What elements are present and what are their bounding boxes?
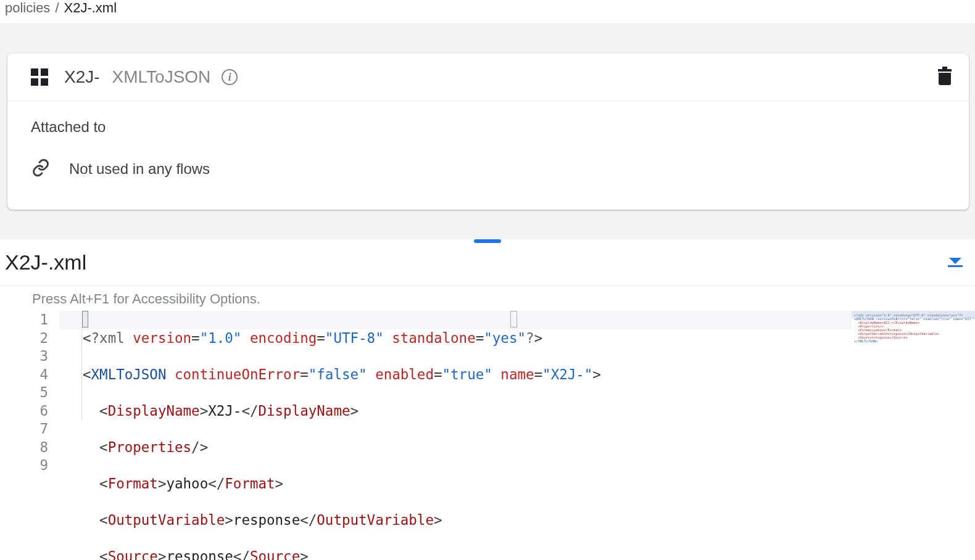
policy-name: X2J- [64, 67, 100, 87]
breadcrumb-parent[interactable]: policies [5, 0, 50, 16]
chevron-down-icon [949, 258, 961, 264]
line-number: 3 [0, 347, 48, 366]
line-number: 6 [0, 402, 48, 421]
editor-header: X2J-.xml [0, 244, 975, 286]
info-icon[interactable]: i [222, 69, 238, 85]
line-number: 2 [0, 329, 48, 348]
line-number: 1 [0, 311, 48, 329]
code-editor[interactable]: 1 2 3 4 5 6 7 8 9 <?xml version="1.0" en… [0, 311, 975, 560]
editor-file-name: X2J-.xml [5, 250, 86, 274]
line-number: 4 [0, 366, 48, 384]
line-number: 8 [0, 439, 48, 457]
breadcrumb-current: X2J-.xml [64, 0, 117, 16]
code-editor-panel: X2J-.xml Press Alt+F1 for Accessibility … [0, 244, 975, 560]
link-icon [31, 158, 51, 180]
bracket-match-highlight [510, 311, 517, 327]
line-number: 5 [0, 384, 48, 402]
attached-to-label: Attached to [31, 118, 945, 136]
cursor [82, 311, 88, 327]
breadcrumb: policies / X2J-.xml [0, 0, 975, 23]
policy-summary-area: X2J- XMLToJSON i Attached to Not used in… [0, 23, 975, 239]
policy-card: X2J- XMLToJSON i Attached to Not used in… [7, 54, 969, 210]
policy-card-body: Attached to Not used in any flows [7, 101, 969, 210]
collapse-editor-button[interactable] [948, 258, 963, 267]
policy-type-label: XMLToJSON [112, 67, 211, 87]
line-number: 9 [0, 456, 48, 475]
flow-usage-text: Not used in any flows [69, 160, 210, 178]
policy-card-header: X2J- XMLToJSON i [7, 54, 969, 101]
code-content[interactable]: <?xml version="1.0" encoding="UTF-8" sta… [59, 311, 852, 560]
breadcrumb-separator: / [55, 0, 59, 16]
accessibility-hint: Press Alt+F1 for Accessibility Options. [0, 286, 975, 311]
line-number-gutter: 1 2 3 4 5 6 7 8 9 [0, 311, 59, 560]
delete-button[interactable] [938, 69, 952, 85]
panel-resize-handle[interactable] [474, 239, 501, 243]
panel-resize-row [0, 239, 975, 244]
line-number: 7 [0, 420, 48, 439]
minimap[interactable]: <?xml version="1.0" encoding="UTF-8" sta… [852, 311, 975, 560]
policy-type-icon [31, 68, 48, 86]
